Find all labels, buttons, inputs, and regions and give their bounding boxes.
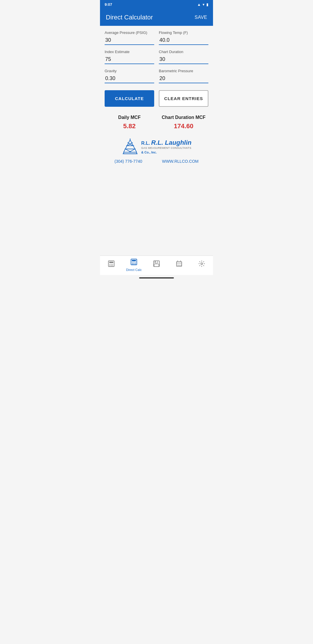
chart-duration-mcf-result: Chart Duration MCF 174.60 <box>159 115 208 130</box>
company-name-block: R.L. R.L. Laughlin GAS MEASUREMENT CONSU… <box>141 139 192 155</box>
avg-pressure-label: Average Pressure (PSIG) <box>105 30 154 35</box>
header: Direct Calculator SAVE <box>100 9 213 26</box>
gravity-label: Gravity <box>105 69 154 73</box>
barometric-pressure-label: Barometric Pressure <box>159 69 208 73</box>
svg-point-27 <box>132 264 133 265</box>
flowing-temp-label: Flowing Temp (F) <box>159 30 208 35</box>
save-icon <box>153 260 160 269</box>
barometric-pressure-input[interactable] <box>159 74 208 83</box>
nav-item-settings[interactable] <box>193 260 210 270</box>
svg-point-25 <box>134 263 134 263</box>
svg-rect-33 <box>154 264 159 267</box>
svg-point-28 <box>134 264 134 265</box>
bottom-nav: Direct Calc SALE <box>100 256 213 275</box>
battery-icon: ▮ <box>206 2 208 7</box>
logo-container: R.L. R.L. Laughlin GAS MEASUREMENT CONSU… <box>121 138 192 155</box>
nav-item-save[interactable] <box>148 260 165 270</box>
status-time: 9:07 <box>105 2 112 7</box>
status-bar: 9:07 ▲ ▾ ▮ <box>100 0 213 9</box>
svg-point-21 <box>112 265 113 266</box>
chart-duration-mcf-label: Chart Duration MCF <box>162 115 205 120</box>
svg-point-10 <box>130 139 131 140</box>
calculator-icon <box>108 260 115 269</box>
svg-rect-23 <box>132 260 136 261</box>
company-laughlin: R.L. Laughlin <box>151 139 191 146</box>
svg-point-24 <box>132 263 133 263</box>
gravity-field: Gravity <box>105 69 154 83</box>
company-website[interactable]: WWW.RLLCO.COM <box>162 159 199 164</box>
status-icons: ▲ ▾ ▮ <box>197 2 208 7</box>
company-suffix: & Co., Inc. <box>141 151 157 154</box>
chart-duration-field: Chart Duration <box>159 50 208 64</box>
chart-duration-label: Chart Duration <box>159 50 208 54</box>
svg-point-18 <box>112 264 113 265</box>
results-grid: Daily MCF 5.82 Chart Duration MCF 174.60 <box>105 115 208 130</box>
company-logo-icon <box>121 138 139 155</box>
contact-row: (304) 776-7740 WWW.RLLCO.COM <box>105 159 208 164</box>
svg-point-16 <box>110 264 110 265</box>
nav-item-sale[interactable]: SALE <box>170 260 188 270</box>
daily-mcf-result: Daily MCF 5.82 <box>105 115 154 130</box>
company-tagline: GAS MEASUREMENT CONSULTANTS <box>141 146 192 149</box>
calculate-button[interactable]: CALCULATE <box>105 90 154 107</box>
main-content: Average Pressure (PSIG) Flowing Temp (F)… <box>100 26 213 256</box>
flowing-temp-input[interactable] <box>159 36 208 45</box>
signal-icon: ▲ <box>197 2 201 7</box>
wifi-icon: ▾ <box>203 2 205 7</box>
gravity-input[interactable] <box>105 74 154 83</box>
form-grid: Average Pressure (PSIG) Flowing Temp (F)… <box>105 30 208 83</box>
svg-rect-30 <box>154 261 159 267</box>
svg-point-19 <box>110 265 110 266</box>
company-rl: R.L. <box>141 141 150 146</box>
svg-rect-31 <box>155 261 158 263</box>
index-estimate-input[interactable] <box>105 55 154 64</box>
clear-entries-button[interactable]: CLEAR ENTRIES <box>159 90 208 107</box>
settings-icon <box>198 260 205 269</box>
daily-mcf-label: Daily MCF <box>118 115 141 120</box>
nav-item-calculator[interactable] <box>103 260 120 270</box>
chart-duration-input[interactable] <box>159 55 208 64</box>
svg-point-29 <box>135 264 136 265</box>
chart-duration-mcf-value: 174.60 <box>174 122 193 130</box>
svg-line-1 <box>130 140 137 152</box>
svg-line-0 <box>124 140 130 152</box>
avg-pressure-field: Average Pressure (PSIG) <box>105 30 154 45</box>
nav-item-direct-calc[interactable]: Direct Calc <box>125 258 143 272</box>
svg-rect-32 <box>155 261 156 263</box>
svg-point-26 <box>135 263 136 263</box>
avg-pressure-input[interactable] <box>105 36 154 45</box>
svg-line-8 <box>129 149 135 152</box>
save-button[interactable]: SAVE <box>195 15 208 20</box>
bottom-indicator <box>139 277 174 278</box>
page-title: Direct Calculator <box>106 14 153 21</box>
barometric-pressure-field: Barometric Pressure <box>159 69 208 83</box>
sale-icon: SALE <box>175 260 183 269</box>
buttons-row: CALCULATE CLEAR ENTRIES <box>105 90 208 107</box>
svg-text:SALE: SALE <box>177 264 182 266</box>
company-phone[interactable]: (304) 776-7740 <box>114 159 142 164</box>
direct-calc-icon <box>130 258 138 267</box>
svg-point-20 <box>111 265 112 266</box>
svg-point-17 <box>111 264 112 265</box>
index-estimate-label: Index Estimate <box>105 50 154 54</box>
flowing-temp-field: Flowing Temp (F) <box>159 30 208 45</box>
index-estimate-field: Index Estimate <box>105 50 154 64</box>
svg-rect-15 <box>109 262 113 263</box>
daily-mcf-value: 5.82 <box>123 122 136 130</box>
nav-direct-calc-label: Direct Calc <box>126 268 142 272</box>
svg-point-39 <box>201 263 203 265</box>
logo-section: R.L. R.L. Laughlin GAS MEASUREMENT CONSU… <box>105 138 208 164</box>
